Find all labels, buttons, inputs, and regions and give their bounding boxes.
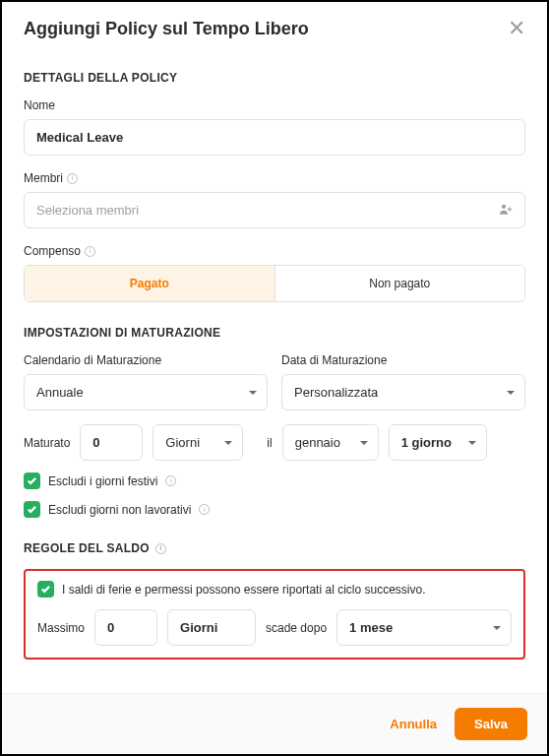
info-icon[interactable]: i [199,504,210,515]
balance-expires-select[interactable]: 1 mese [336,609,512,646]
dialog-title: Aggiungi Policy sul Tempo Libero [24,19,309,39]
accrual-amount-label: Maturato [24,436,70,450]
balance-max-row: Massimo Giorni scade dopo 1 mese [37,609,512,646]
field-name: Nome [24,98,525,156]
name-input[interactable] [24,119,525,156]
compensation-paid[interactable]: Pagato [25,266,274,301]
accrual-unit-select[interactable]: Giorni [152,424,243,461]
cancel-button[interactable]: Annulla [390,717,437,731]
field-accrual-date: Data di Maturazione Personalizzata [281,353,525,410]
accrual-on-label: il [267,436,272,450]
svg-point-0 [502,204,506,208]
carryover-checkbox[interactable] [37,581,54,598]
accrual-month-select[interactable]: gennaio [282,424,379,461]
add-user-icon[interactable] [498,201,514,220]
accrual-date-label: Data di Maturazione [281,353,525,367]
members-label: Membri i [24,171,525,185]
name-label: Nome [24,98,525,112]
accrual-date-select[interactable]: Personalizzata [281,374,525,410]
field-accrual-schedule: Calendario di Maturazione Annuale [24,353,268,410]
exclude-nonworking-checkbox[interactable] [24,501,40,518]
compensation-label: Compenso i [24,244,525,258]
balance-rules-box: I saldi di ferie e permessi possono esse… [24,569,525,660]
field-compensation: Compenso i Pagato Non pagato [24,244,525,302]
exclude-holidays-checkbox[interactable] [24,472,40,489]
members-input[interactable] [24,192,525,228]
balance-max-input[interactable] [94,609,157,646]
accrual-top-row: Calendario di Maturazione Annuale Data d… [24,353,525,410]
accrual-schedule-select[interactable]: Annuale [24,374,268,410]
info-icon[interactable]: i [155,543,166,554]
exclude-nonworking-row: Escludi giorni non lavorativi i [24,501,525,518]
carryover-row: I saldi di ferie e permessi possono esse… [37,581,512,598]
info-icon[interactable]: i [67,173,78,184]
dialog-footer: Annulla Salva [2,693,547,754]
dialog-header: Aggiungi Policy sul Tempo Libero ✕ [2,2,547,71]
accrual-amount-input[interactable] [80,424,143,461]
section-title-accrual: IMPOSTAZIONI DI MATURAZIONE [24,326,525,340]
accrual-schedule-label: Calendario di Maturazione [24,353,268,367]
balance-unit-select[interactable]: Giorni [167,609,256,646]
info-icon[interactable]: i [165,475,176,486]
info-icon[interactable]: i [85,246,95,257]
close-icon[interactable]: ✕ [508,18,525,39]
exclude-holidays-label: Escludi i giorni festivi [48,474,157,488]
accrual-day-select[interactable]: 1 giorno [389,424,487,461]
compensation-segmented: Pagato Non pagato [24,265,525,302]
section-title-details: DETTAGLI DELLA POLICY [24,71,525,85]
field-members: Membri i [24,171,525,228]
exclude-nonworking-label: Escludi giorni non lavorativi [48,503,191,517]
balance-expires-label: scade dopo [266,621,327,635]
carryover-label: I saldi di ferie e permessi possono esse… [62,583,426,597]
accrual-amount-row: Maturato Giorni il gennaio 1 giorno [24,424,525,461]
save-button[interactable]: Salva [455,708,527,740]
exclude-holidays-row: Escludi i giorni festivi i [24,472,525,489]
balance-max-label: Massimo [37,621,85,635]
compensation-unpaid[interactable]: Non pagato [274,266,525,301]
dialog-content: DETTAGLI DELLA POLICY Nome Membri i Comp… [2,71,547,693]
dialog: Aggiungi Policy sul Tempo Libero ✕ DETTA… [2,2,547,754]
section-title-balance: REGOLE DEL SALDO i [24,541,525,555]
